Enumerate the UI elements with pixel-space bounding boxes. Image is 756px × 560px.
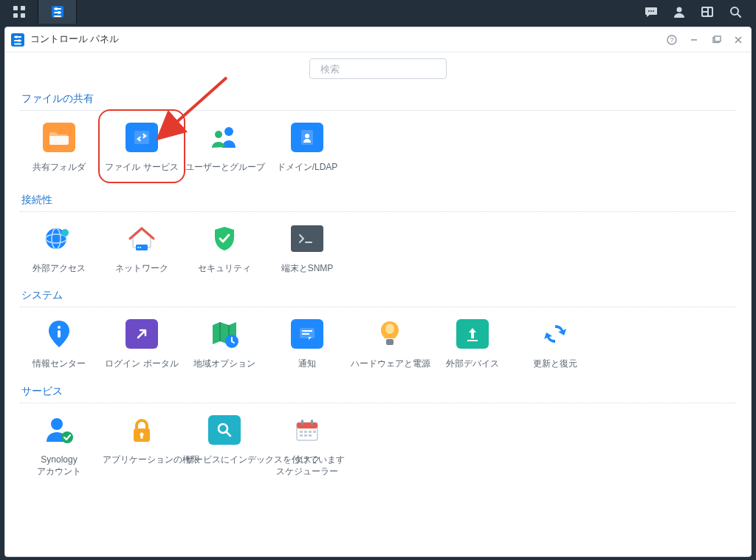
upload-icon <box>464 325 481 343</box>
calendar-icon <box>292 415 322 445</box>
grid-services: Synology アカウント アプリケーションの権限 サービスにインデックスを付… <box>20 403 736 486</box>
svg-point-13 <box>677 7 682 13</box>
item-label: セキュリティ <box>185 262 264 274</box>
svg-rect-70 <box>309 431 312 433</box>
users-icon <box>207 123 241 152</box>
svg-rect-1 <box>21 6 25 10</box>
user-icon[interactable] <box>672 4 687 19</box>
magnifier-icon <box>216 422 233 438</box>
controlpanel-icon <box>11 33 24 47</box>
lock-icon <box>129 415 154 445</box>
item-label: アプリケーションの権限 <box>103 454 181 465</box>
grid-connectivity: 外部アクセス ネットワーク セキュリティ 端末とSNMP <box>20 212 736 283</box>
item-external-access[interactable]: 外部アクセス <box>20 218 98 274</box>
item-domain-ldap[interactable]: ドメイン/LDAP <box>268 117 346 179</box>
svg-point-10 <box>648 10 650 12</box>
svg-point-12 <box>653 10 654 12</box>
svg-rect-65 <box>297 423 317 428</box>
grid-system: 情報センター ログイン ポータル 地域オプション 通知 ハードウェアと電源 外部… <box>20 307 736 378</box>
item-hardware-power[interactable]: ハードウェアと電源 <box>351 313 429 369</box>
item-label: Synology アカウント <box>20 454 98 477</box>
widgets-icon[interactable] <box>700 4 715 19</box>
item-regional-options[interactable]: 地域オプション <box>185 313 264 369</box>
svg-point-54 <box>385 324 394 334</box>
maximize-icon[interactable] <box>711 35 721 45</box>
item-security[interactable]: セキュリティ <box>185 218 264 274</box>
item-external-devices[interactable]: 外部デバイス <box>433 313 512 369</box>
user-check-icon <box>44 415 75 445</box>
control-panel-window: コントロール パネル ? ファイルの共有 共有フォルダ ファイル サービス <box>4 27 752 557</box>
item-terminal-snmp[interactable]: 端末とSNMP <box>268 218 346 274</box>
svg-point-22 <box>15 35 18 38</box>
svg-rect-30 <box>715 36 721 41</box>
svg-rect-15 <box>703 8 707 11</box>
grid-icon <box>12 4 27 19</box>
message-icon <box>298 327 316 341</box>
folder-icon <box>49 129 69 146</box>
section-system: システム <box>20 283 736 307</box>
svg-point-8 <box>58 11 61 14</box>
svg-text:?: ? <box>670 36 673 44</box>
svg-point-43 <box>61 229 69 236</box>
item-indexing-service[interactable]: サービスにインデックスを付けています <box>185 409 264 477</box>
home-network-icon <box>126 224 158 253</box>
item-label: ドメイン/LDAP <box>268 161 346 173</box>
svg-rect-61 <box>141 434 143 439</box>
item-label: 共有フォルダ <box>20 161 98 173</box>
item-label: 更新と復元 <box>516 358 594 369</box>
item-login-portal[interactable]: ログイン ポータル <box>103 313 181 369</box>
svg-rect-0 <box>13 6 18 10</box>
item-label: 情報センター <box>20 358 98 369</box>
search-row <box>5 52 751 83</box>
svg-rect-73 <box>304 434 307 437</box>
svg-point-11 <box>650 10 652 12</box>
svg-point-39 <box>305 134 309 138</box>
svg-point-48 <box>58 326 61 329</box>
item-label: ハードウェアと電源 <box>351 358 429 369</box>
search-input[interactable] <box>320 64 444 75</box>
addressbook-icon <box>300 129 315 146</box>
item-label: タスク スケジューラー <box>268 454 346 477</box>
item-file-services[interactable]: ファイル サービス <box>103 114 181 179</box>
item-user-group[interactable]: ユーザーとグループ <box>185 117 264 179</box>
item-shared-folder[interactable]: 共有フォルダ <box>20 117 98 179</box>
item-task-scheduler[interactable]: タスク スケジューラー <box>268 409 346 477</box>
svg-rect-35 <box>134 131 149 144</box>
svg-rect-17 <box>703 13 707 16</box>
svg-rect-49 <box>58 330 61 338</box>
minimize-icon[interactable] <box>689 35 699 45</box>
svg-point-46 <box>140 247 141 248</box>
item-update-restore[interactable]: 更新と復元 <box>516 313 594 369</box>
item-label: ユーザーとグループ <box>185 161 264 173</box>
svg-point-58 <box>61 431 73 443</box>
window-titlebar: コントロール パネル ? <box>5 27 751 52</box>
svg-rect-72 <box>300 434 303 437</box>
chat-icon[interactable] <box>644 4 659 19</box>
item-label: 地域オプション <box>185 358 264 369</box>
section-file-sharing: ファイルの共有 <box>20 86 736 111</box>
item-label: ネットワーク <box>103 262 181 274</box>
svg-point-37 <box>215 131 222 138</box>
terminal-icon <box>297 231 317 246</box>
sliders-icon <box>50 4 65 19</box>
section-connectivity: 接続性 <box>20 188 736 212</box>
close-icon[interactable] <box>733 35 743 45</box>
svg-rect-16 <box>709 8 712 16</box>
search-box[interactable] <box>309 58 447 79</box>
item-notification[interactable]: 通知 <box>268 313 346 369</box>
taskbar-controlpanel-button[interactable] <box>38 0 77 24</box>
svg-point-57 <box>51 418 63 430</box>
item-synology-account[interactable]: Synology アカウント <box>20 409 98 477</box>
svg-point-6 <box>55 7 58 10</box>
item-app-privileges[interactable]: アプリケーションの権限 <box>103 409 181 477</box>
item-label: ファイル サービス <box>103 161 181 173</box>
svg-rect-56 <box>467 340 478 341</box>
item-info-center[interactable]: 情報センター <box>20 313 98 369</box>
taskbar-tray <box>644 0 756 24</box>
taskbar-apps-button[interactable] <box>0 0 38 24</box>
help-icon[interactable]: ? <box>667 35 677 45</box>
search-icon[interactable] <box>728 4 743 19</box>
item-network[interactable]: ネットワーク <box>103 218 181 274</box>
bulb-icon <box>377 318 402 349</box>
item-label: 通知 <box>268 358 346 369</box>
